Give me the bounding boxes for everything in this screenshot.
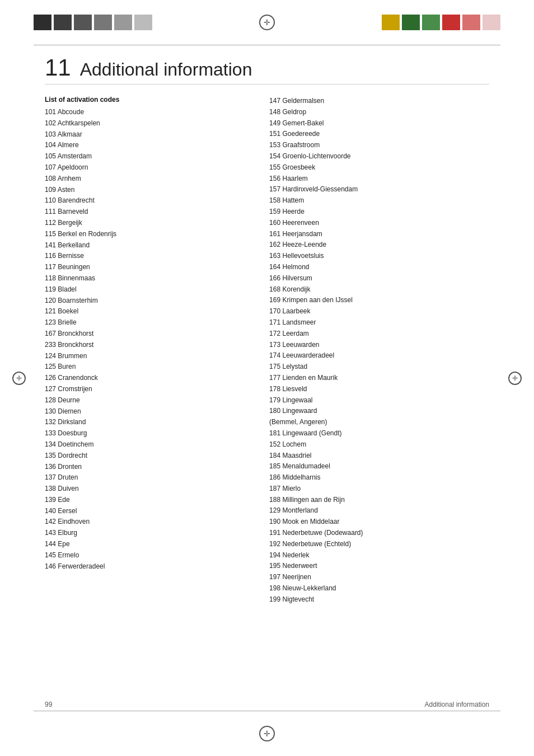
- list-item: 163 Hellevoetsluis: [269, 251, 489, 262]
- list-item: 160 Heerenveen: [269, 218, 489, 229]
- list-item: 167 Bronckhorst: [45, 328, 247, 340]
- list-item: 177 Lienden en Maurik: [269, 373, 489, 384]
- list-item: 180 Lingewaard: [269, 406, 489, 417]
- color-block-red: [442, 15, 460, 30]
- list-item: 156 Haarlem: [269, 173, 489, 185]
- list-item: 186 Middelharnis: [269, 472, 489, 483]
- list-item: 126 Cranendonck: [45, 373, 247, 384]
- left-code-list: 101 Abcoude102 Achtkarspelen103 Alkmaar1…: [45, 107, 247, 572]
- list-item: 149 Gemert-Bakel: [269, 118, 489, 129]
- list-item: 124 Brummen: [45, 351, 247, 362]
- right-code-list: 147 Geldermalsen148 Geldrop149 Gemert-Ba…: [269, 96, 489, 605]
- left-margin-compass: ✛: [12, 372, 26, 385]
- section-title: List of activation codes: [45, 96, 247, 104]
- color-block-green1: [402, 15, 420, 30]
- right-column: 147 Geldermalsen148 Geldrop149 Gemert-Ba…: [258, 96, 489, 605]
- list-item: 188 Millingen aan de Rijn: [269, 495, 489, 506]
- list-item: 147 Geldermalsen: [269, 96, 489, 107]
- list-item: 157 Hardinxveld-Giessendam: [269, 184, 489, 195]
- list-item: 125 Buren: [45, 361, 247, 373]
- list-item: 194 Nederlek: [269, 550, 489, 561]
- list-item: 102 Achtkarspelen: [45, 118, 247, 129]
- list-item: 116 Bernisse: [45, 251, 247, 262]
- list-item: 174 Leeuwarderadeel: [269, 350, 489, 361]
- color-block-6: [134, 15, 152, 30]
- list-item: 164 Helmond: [269, 262, 489, 273]
- list-item: 141 Berkelland: [45, 240, 247, 251]
- top-rule: [34, 45, 500, 45]
- chapter-title: Additional information: [80, 60, 252, 78]
- list-item: 192 Nederbetuwe (Echteld): [269, 539, 489, 550]
- list-item: 120 Boarnsterhim: [45, 295, 247, 307]
- color-block-green2: [422, 15, 440, 30]
- list-item: 144 Epe: [45, 539, 247, 550]
- list-item: 173 Leeuwarden: [269, 340, 489, 351]
- list-item: 118 Binnenmaas: [45, 273, 247, 284]
- list-item: 198 Nieuw-Lekkerland: [269, 583, 489, 594]
- color-block-yellow: [382, 15, 400, 30]
- list-item: 136 Dronten: [45, 462, 247, 473]
- right-margin-compass: ✛: [508, 372, 522, 385]
- color-block-1: [34, 15, 51, 30]
- list-item: 130 Diemen: [45, 406, 247, 417]
- top-bar: ✛: [0, 0, 534, 45]
- color-block-2: [54, 15, 72, 30]
- list-item: 128 Deurne: [45, 395, 247, 406]
- list-item: 159 Heerde: [269, 206, 489, 218]
- list-item: 169 Krimpen aan den IJssel: [269, 295, 489, 306]
- top-compass-icon: ✛: [259, 15, 275, 30]
- list-item: 195 Nederweert: [269, 561, 489, 572]
- list-item: 151 Goedereede: [269, 129, 489, 140]
- list-item: 140 Eersel: [45, 506, 247, 517]
- list-item: 133 Doesburg: [45, 428, 247, 439]
- list-item: 166 Hilversum: [269, 273, 489, 284]
- list-item: 111 Barneveld: [45, 206, 247, 218]
- list-item: 187 Mierlo: [269, 483, 489, 495]
- list-item: 148 Geldrop: [269, 107, 489, 118]
- color-block-4: [94, 15, 112, 30]
- list-item: 134 Doetinchem: [45, 439, 247, 450]
- list-item: 103 Alkmaar: [45, 129, 247, 140]
- footer-page-number: 99: [45, 701, 52, 708]
- list-item: 181 Lingewaard (Gendt): [269, 428, 489, 439]
- list-item: 107 Apeldoorn: [45, 162, 247, 173]
- list-item: 108 Arnhem: [45, 173, 247, 185]
- list-item: 143 Elburg: [45, 528, 247, 539]
- list-item: 142 Eindhoven: [45, 516, 247, 528]
- color-block-5: [114, 15, 132, 30]
- footer-section: Additional information: [425, 701, 489, 708]
- list-item: 123 Brielle: [45, 317, 247, 328]
- list-item: 112 Bergeijk: [45, 218, 247, 229]
- list-item: 233 Bronckhorst: [45, 340, 247, 351]
- list-item: 172 Leerdam: [269, 328, 489, 340]
- list-item: 179 Lingewaal: [269, 395, 489, 406]
- list-item: 154 Groenlo-Lichtenvoorde: [269, 151, 489, 162]
- color-block-pink: [462, 15, 480, 30]
- main-content: 11 Additional information List of activa…: [45, 56, 489, 700]
- list-item: 127 Cromstrijen: [45, 384, 247, 395]
- list-item: 115 Berkel en Rodenrijs: [45, 229, 247, 240]
- list-item: 135 Dordrecht: [45, 450, 247, 462]
- chapter-header: 11 Additional information: [45, 56, 489, 84]
- list-item: 161 Heerjansdam: [269, 229, 489, 240]
- list-item: 117 Beuningen: [45, 262, 247, 273]
- list-item: 101 Abcoude: [45, 107, 247, 118]
- list-item: 168 Korendijk: [269, 284, 489, 295]
- list-item: 132 Dirksland: [45, 417, 247, 428]
- top-bar-left-colors: [34, 15, 152, 30]
- list-item: 139 Ede: [45, 495, 247, 506]
- list-item: 105 Amsterdam: [45, 151, 247, 162]
- list-item: 121 Boekel: [45, 306, 247, 317]
- list-item: 129 Montferland: [269, 505, 489, 516]
- top-bar-right-colors: [382, 15, 500, 30]
- chapter-number: 11: [45, 56, 71, 79]
- page: ✛ ✛ ✛ 11 Additional information List of …: [0, 0, 534, 756]
- list-item: 190 Mook en Middelaar: [269, 516, 489, 528]
- list-item: 153 Graafstroom: [269, 140, 489, 151]
- list-item: 199 Nigtevecht: [269, 594, 489, 605]
- list-item: 138 Duiven: [45, 483, 247, 495]
- list-item: 175 Lelystad: [269, 361, 489, 373]
- bottom-bar: ✛: [0, 711, 534, 756]
- list-item: 162 Heeze-Leende: [269, 240, 489, 251]
- list-item: 170 Laarbeek: [269, 306, 489, 317]
